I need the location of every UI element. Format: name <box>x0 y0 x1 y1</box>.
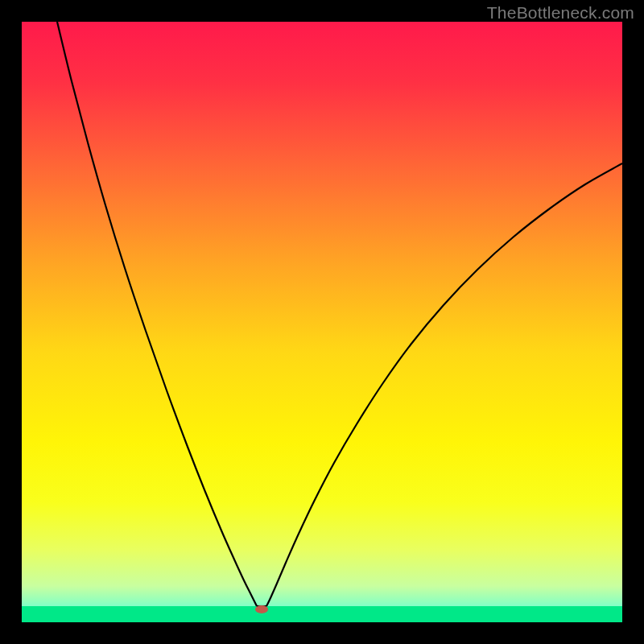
gradient-background <box>22 22 622 622</box>
green-band <box>22 606 622 622</box>
minimum-marker <box>255 605 268 613</box>
chart-frame: TheBottleneck.com <box>0 0 644 644</box>
bottleneck-curve-chart <box>22 22 622 622</box>
watermark-text: TheBottleneck.com <box>487 3 634 23</box>
plot-area <box>22 22 622 622</box>
